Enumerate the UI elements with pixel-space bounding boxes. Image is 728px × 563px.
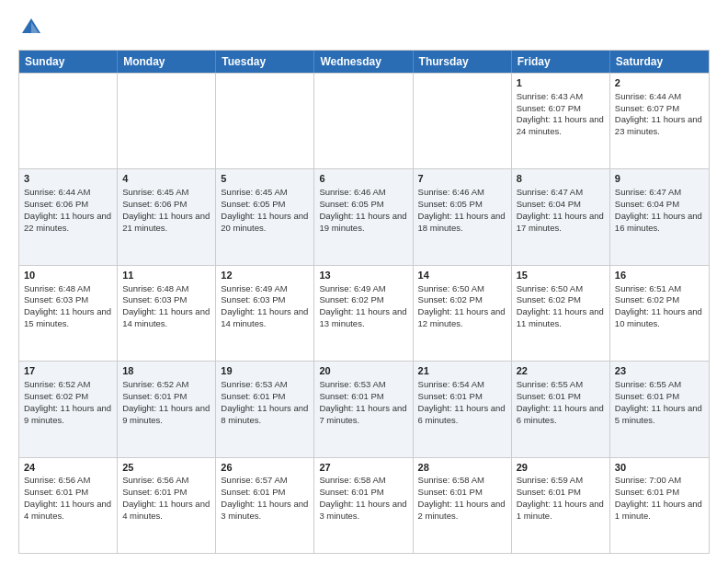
day-info: Daylight: 11 hours and 2 minutes.: [418, 499, 506, 521]
day-info: Daylight: 11 hours and 20 minutes.: [221, 211, 308, 233]
day-info: Daylight: 11 hours and 5 minutes.: [615, 403, 702, 425]
day-info: Daylight: 11 hours and 4 minutes.: [122, 499, 210, 521]
day-info: Daylight: 11 hours and 7 minutes.: [319, 403, 406, 425]
day-number: 4: [122, 172, 210, 186]
day-info: Sunrise: 6:47 AM: [615, 187, 681, 197]
day-info: Sunrise: 6:56 AM: [122, 475, 188, 485]
day-info: Sunset: 6:07 PM: [615, 103, 679, 113]
day-number: 22: [517, 364, 605, 378]
day-number: 21: [418, 364, 506, 378]
day-info: Sunrise: 6:50 AM: [418, 283, 484, 293]
empty-cell-0-3: [314, 74, 413, 168]
day-info: Daylight: 11 hours and 3 minutes.: [221, 499, 308, 521]
day-info: Sunset: 6:06 PM: [24, 199, 88, 209]
day-number: 13: [319, 269, 407, 282]
day-info: Daylight: 11 hours and 4 minutes.: [24, 499, 111, 521]
header-monday: Monday: [118, 51, 216, 73]
day-number: 14: [418, 269, 506, 282]
day-cell-14: 14Sunrise: 6:50 AMSunset: 6:02 PMDayligh…: [414, 266, 512, 361]
day-number: 29: [517, 461, 605, 475]
day-number: 27: [319, 461, 407, 475]
calendar-row-3: 17Sunrise: 6:52 AMSunset: 6:02 PMDayligh…: [19, 361, 709, 456]
day-cell-25: 25Sunrise: 6:56 AMSunset: 6:01 PMDayligh…: [118, 458, 216, 553]
empty-cell-0-0: [19, 74, 118, 168]
day-info: Daylight: 11 hours and 11 minutes.: [517, 306, 604, 328]
calendar-row-4: 24Sunrise: 6:56 AMSunset: 6:01 PMDayligh…: [19, 457, 709, 553]
day-info: Sunset: 6:01 PM: [319, 391, 383, 401]
day-cell-3: 3Sunrise: 6:44 AMSunset: 6:06 PMDaylight…: [19, 169, 118, 264]
day-cell-28: 28Sunrise: 6:58 AMSunset: 6:01 PMDayligh…: [414, 458, 512, 553]
day-info: Sunset: 6:01 PM: [517, 487, 581, 497]
day-number: 17: [24, 364, 112, 378]
day-cell-2: 2Sunrise: 6:44 AMSunset: 6:07 PMDaylight…: [610, 74, 709, 168]
day-info: Sunrise: 6:50 AM: [517, 283, 583, 293]
day-info: Sunrise: 6:53 AM: [221, 379, 287, 389]
day-info: Daylight: 11 hours and 24 minutes.: [517, 114, 604, 136]
header-saturday: Saturday: [610, 51, 709, 73]
day-cell-5: 5Sunrise: 6:45 AMSunset: 6:05 PMDaylight…: [216, 169, 314, 264]
day-info: Sunrise: 6:58 AM: [319, 475, 385, 485]
day-info: Daylight: 11 hours and 1 minute.: [615, 499, 702, 521]
day-info: Sunset: 6:02 PM: [517, 294, 581, 304]
day-info: Daylight: 11 hours and 9 minutes.: [24, 403, 111, 425]
day-info: Daylight: 11 hours and 23 minutes.: [615, 114, 702, 136]
calendar: SundayMondayTuesdayWednesdayThursdayFrid…: [18, 50, 710, 554]
day-cell-18: 18Sunrise: 6:52 AMSunset: 6:01 PMDayligh…: [118, 362, 216, 456]
day-number: 12: [221, 269, 309, 282]
day-info: Sunset: 6:02 PM: [319, 294, 383, 304]
day-info: Sunrise: 6:48 AM: [24, 283, 90, 293]
page-header: [18, 15, 710, 40]
day-info: Sunset: 6:01 PM: [122, 487, 187, 497]
day-number: 7: [418, 172, 506, 186]
day-number: 2: [615, 76, 704, 90]
day-number: 6: [319, 172, 407, 186]
logo-icon: [18, 15, 44, 40]
day-info: Sunset: 6:01 PM: [517, 391, 581, 401]
calendar-row-0: 1Sunrise: 6:43 AMSunset: 6:07 PMDaylight…: [19, 73, 709, 168]
day-info: Sunset: 6:02 PM: [24, 391, 88, 401]
day-cell-23: 23Sunrise: 6:55 AMSunset: 6:01 PMDayligh…: [610, 362, 709, 456]
empty-cell-0-4: [414, 74, 512, 168]
day-number: 26: [221, 461, 309, 475]
day-number: 1: [517, 76, 605, 90]
day-number: 25: [122, 461, 210, 475]
calendar-row-2: 10Sunrise: 6:48 AMSunset: 6:03 PMDayligh…: [19, 265, 709, 361]
day-number: 9: [615, 172, 704, 186]
day-info: Sunrise: 6:55 AM: [615, 379, 681, 389]
day-info: Sunrise: 6:55 AM: [517, 379, 583, 389]
day-cell-1: 1Sunrise: 6:43 AMSunset: 6:07 PMDaylight…: [512, 74, 610, 168]
day-info: Daylight: 11 hours and 18 minutes.: [418, 211, 506, 233]
day-cell-22: 22Sunrise: 6:55 AMSunset: 6:01 PMDayligh…: [512, 362, 610, 456]
day-info: Sunset: 6:01 PM: [418, 391, 483, 401]
logo: [18, 15, 48, 40]
day-info: Sunset: 6:06 PM: [122, 199, 187, 209]
day-number: 15: [517, 269, 605, 282]
day-cell-12: 12Sunrise: 6:49 AMSunset: 6:03 PMDayligh…: [216, 266, 314, 361]
day-info: Sunrise: 6:47 AM: [517, 187, 583, 197]
day-cell-24: 24Sunrise: 6:56 AMSunset: 6:01 PMDayligh…: [19, 458, 118, 553]
header-wednesday: Wednesday: [314, 51, 413, 73]
day-number: 19: [221, 364, 309, 378]
day-info: Daylight: 11 hours and 15 minutes.: [24, 306, 111, 328]
header-sunday: Sunday: [19, 51, 118, 73]
day-number: 20: [319, 364, 407, 378]
day-info: Daylight: 11 hours and 16 minutes.: [615, 211, 702, 233]
day-cell-4: 4Sunrise: 6:45 AMSunset: 6:06 PMDaylight…: [118, 169, 216, 264]
day-cell-9: 9Sunrise: 6:47 AMSunset: 6:04 PMDaylight…: [610, 169, 709, 264]
day-cell-11: 11Sunrise: 6:48 AMSunset: 6:03 PMDayligh…: [118, 266, 216, 361]
day-info: Sunrise: 6:57 AM: [221, 475, 287, 485]
day-number: 11: [122, 269, 210, 282]
day-info: Sunset: 6:05 PM: [221, 199, 285, 209]
day-info: Daylight: 11 hours and 13 minutes.: [319, 306, 406, 328]
day-info: Sunrise: 6:46 AM: [319, 187, 385, 197]
day-info: Sunrise: 6:43 AM: [517, 91, 583, 101]
day-cell-8: 8Sunrise: 6:47 AMSunset: 6:04 PMDaylight…: [512, 169, 610, 264]
day-info: Sunrise: 6:52 AM: [24, 379, 90, 389]
day-info: Sunset: 6:01 PM: [615, 487, 679, 497]
day-cell-13: 13Sunrise: 6:49 AMSunset: 6:02 PMDayligh…: [314, 266, 413, 361]
day-number: 18: [122, 364, 210, 378]
day-cell-15: 15Sunrise: 6:50 AMSunset: 6:02 PMDayligh…: [512, 266, 610, 361]
day-info: Daylight: 11 hours and 1 minute.: [517, 499, 604, 521]
day-info: Sunrise: 6:49 AM: [319, 283, 385, 293]
day-info: Sunrise: 6:58 AM: [418, 475, 484, 485]
